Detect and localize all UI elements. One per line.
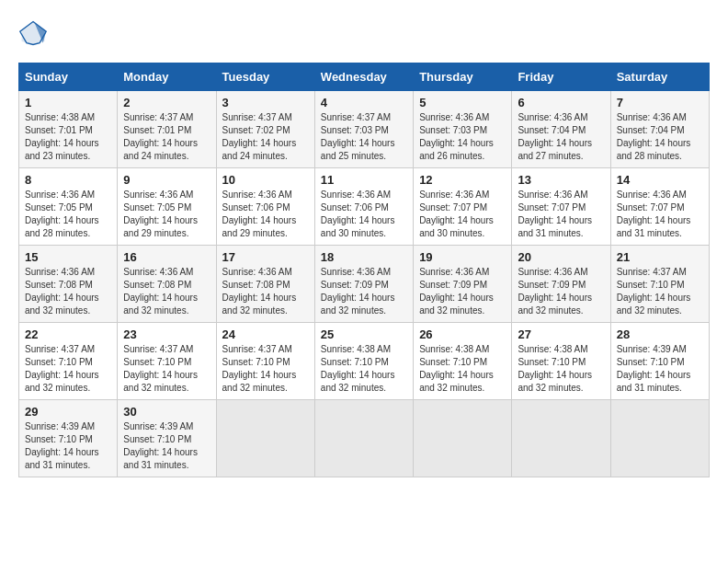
calendar-cell: 18Sunrise: 4:36 AMSunset: 7:09 PMDayligh… <box>314 246 413 323</box>
day-number: 29 <box>25 405 111 419</box>
day-number: 1 <box>25 96 111 109</box>
day-info: Sunrise: 4:38 AMSunset: 7:10 PMDaylight:… <box>518 343 604 395</box>
day-info: Sunrise: 4:38 AMSunset: 7:10 PMDaylight:… <box>419 343 506 395</box>
day-info: Sunrise: 4:39 AMSunset: 7:10 PMDaylight:… <box>617 343 703 395</box>
calendar-cell: 12Sunrise: 4:36 AMSunset: 7:07 PMDayligh… <box>414 168 512 246</box>
day-info: Sunrise: 4:37 AMSunset: 7:10 PMDaylight:… <box>617 266 703 317</box>
calendar-cell <box>314 400 413 477</box>
calendar-cell: 8Sunrise: 4:36 AMSunset: 7:05 PMDaylight… <box>19 168 118 246</box>
day-info: Sunrise: 4:36 AMSunset: 7:07 PMDaylight:… <box>617 189 703 240</box>
calendar-week-3: 15Sunrise: 4:36 AMSunset: 7:08 PMDayligh… <box>19 246 710 323</box>
calendar-header-row: SundayMondayTuesdayWednesdayThursdayFrid… <box>19 63 710 91</box>
day-info: Sunrise: 4:36 AMSunset: 7:09 PMDaylight:… <box>321 266 407 317</box>
calendar-cell: 24Sunrise: 4:37 AMSunset: 7:10 PMDayligh… <box>216 323 314 400</box>
day-info: Sunrise: 4:36 AMSunset: 7:04 PMDaylight:… <box>518 111 604 163</box>
day-info: Sunrise: 4:36 AMSunset: 7:09 PMDaylight:… <box>419 266 506 317</box>
day-info: Sunrise: 4:38 AMSunset: 7:01 PMDaylight:… <box>25 111 111 163</box>
day-info: Sunrise: 4:39 AMSunset: 7:10 PMDaylight:… <box>123 420 210 472</box>
calendar-cell: 4Sunrise: 4:37 AMSunset: 7:03 PMDaylight… <box>314 91 413 168</box>
calendar-cell <box>216 400 314 477</box>
day-info: Sunrise: 4:36 AMSunset: 7:05 PMDaylight:… <box>123 189 210 240</box>
day-number: 2 <box>123 96 210 109</box>
calendar-cell: 7Sunrise: 4:36 AMSunset: 7:04 PMDaylight… <box>610 91 709 168</box>
day-number: 30 <box>123 405 210 419</box>
calendar-week-4: 22Sunrise: 4:37 AMSunset: 7:10 PMDayligh… <box>19 323 710 400</box>
day-number: 21 <box>617 250 703 264</box>
day-number: 12 <box>419 173 506 187</box>
calendar-cell: 14Sunrise: 4:36 AMSunset: 7:07 PMDayligh… <box>610 168 709 246</box>
calendar-cell: 13Sunrise: 4:36 AMSunset: 7:07 PMDayligh… <box>512 168 610 246</box>
day-number: 17 <box>222 250 309 264</box>
logo <box>18 18 51 48</box>
day-number: 28 <box>617 327 703 341</box>
day-number: 13 <box>518 173 604 187</box>
calendar-cell: 26Sunrise: 4:38 AMSunset: 7:10 PMDayligh… <box>414 323 512 400</box>
day-number: 5 <box>419 96 506 109</box>
calendar-cell: 28Sunrise: 4:39 AMSunset: 7:10 PMDayligh… <box>610 323 709 400</box>
day-info: Sunrise: 4:36 AMSunset: 7:04 PMDaylight:… <box>617 111 703 163</box>
calendar-table: SundayMondayTuesdayWednesdayThursdayFrid… <box>18 63 710 477</box>
day-info: Sunrise: 4:36 AMSunset: 7:07 PMDaylight:… <box>518 189 604 240</box>
calendar-cell: 10Sunrise: 4:36 AMSunset: 7:06 PMDayligh… <box>216 168 314 246</box>
day-number: 22 <box>25 327 111 341</box>
day-number: 16 <box>123 250 210 264</box>
day-info: Sunrise: 4:36 AMSunset: 7:09 PMDaylight:… <box>518 266 604 317</box>
calendar-cell: 15Sunrise: 4:36 AMSunset: 7:08 PMDayligh… <box>19 246 118 323</box>
calendar-cell: 6Sunrise: 4:36 AMSunset: 7:04 PMDaylight… <box>512 91 610 168</box>
calendar-cell: 23Sunrise: 4:37 AMSunset: 7:10 PMDayligh… <box>118 323 216 400</box>
day-header-sunday: Sunday <box>19 63 118 91</box>
calendar-cell <box>610 400 709 477</box>
page-header <box>18 18 710 48</box>
calendar-cell: 22Sunrise: 4:37 AMSunset: 7:10 PMDayligh… <box>19 323 118 400</box>
day-info: Sunrise: 4:36 AMSunset: 7:08 PMDaylight:… <box>25 266 111 317</box>
day-number: 3 <box>222 96 309 109</box>
day-info: Sunrise: 4:36 AMSunset: 7:08 PMDaylight:… <box>123 266 210 317</box>
calendar-week-1: 1Sunrise: 4:38 AMSunset: 7:01 PMDaylight… <box>19 91 710 168</box>
day-number: 7 <box>617 96 703 109</box>
calendar-cell: 3Sunrise: 4:37 AMSunset: 7:02 PMDaylight… <box>216 91 314 168</box>
calendar-cell: 20Sunrise: 4:36 AMSunset: 7:09 PMDayligh… <box>512 246 610 323</box>
day-info: Sunrise: 4:36 AMSunset: 7:08 PMDaylight:… <box>222 266 309 317</box>
day-number: 11 <box>321 173 407 187</box>
day-number: 6 <box>518 96 604 109</box>
calendar-week-2: 8Sunrise: 4:36 AMSunset: 7:05 PMDaylight… <box>19 168 710 246</box>
day-info: Sunrise: 4:38 AMSunset: 7:10 PMDaylight:… <box>321 343 407 395</box>
day-info: Sunrise: 4:37 AMSunset: 7:10 PMDaylight:… <box>25 343 111 395</box>
day-info: Sunrise: 4:36 AMSunset: 7:07 PMDaylight:… <box>419 189 506 240</box>
day-number: 24 <box>222 327 309 341</box>
day-header-friday: Friday <box>512 63 610 91</box>
day-number: 23 <box>123 327 210 341</box>
day-info: Sunrise: 4:37 AMSunset: 7:02 PMDaylight:… <box>222 111 309 163</box>
day-info: Sunrise: 4:37 AMSunset: 7:10 PMDaylight:… <box>222 343 309 395</box>
calendar-cell: 17Sunrise: 4:36 AMSunset: 7:08 PMDayligh… <box>216 246 314 323</box>
day-number: 9 <box>123 173 210 187</box>
day-header-thursday: Thursday <box>414 63 512 91</box>
day-header-monday: Monday <box>118 63 216 91</box>
day-number: 8 <box>25 173 111 187</box>
day-info: Sunrise: 4:39 AMSunset: 7:10 PMDaylight:… <box>25 420 111 472</box>
day-header-tuesday: Tuesday <box>216 63 314 91</box>
calendar-cell: 29Sunrise: 4:39 AMSunset: 7:10 PMDayligh… <box>19 400 118 477</box>
day-info: Sunrise: 4:36 AMSunset: 7:05 PMDaylight:… <box>25 189 111 240</box>
day-number: 27 <box>518 327 604 341</box>
day-number: 14 <box>617 173 703 187</box>
calendar-week-5: 29Sunrise: 4:39 AMSunset: 7:10 PMDayligh… <box>19 400 710 477</box>
day-info: Sunrise: 4:36 AMSunset: 7:06 PMDaylight:… <box>321 189 407 240</box>
calendar-cell: 11Sunrise: 4:36 AMSunset: 7:06 PMDayligh… <box>314 168 413 246</box>
calendar-cell: 19Sunrise: 4:36 AMSunset: 7:09 PMDayligh… <box>414 246 512 323</box>
day-info: Sunrise: 4:37 AMSunset: 7:10 PMDaylight:… <box>123 343 210 395</box>
day-info: Sunrise: 4:37 AMSunset: 7:03 PMDaylight:… <box>321 111 407 163</box>
calendar-cell <box>414 400 512 477</box>
calendar-cell: 25Sunrise: 4:38 AMSunset: 7:10 PMDayligh… <box>314 323 413 400</box>
day-number: 20 <box>518 250 604 264</box>
day-number: 18 <box>321 250 407 264</box>
day-number: 19 <box>419 250 506 264</box>
day-number: 4 <box>321 96 407 109</box>
calendar-cell: 30Sunrise: 4:39 AMSunset: 7:10 PMDayligh… <box>118 400 216 477</box>
day-number: 26 <box>419 327 506 341</box>
calendar-cell: 1Sunrise: 4:38 AMSunset: 7:01 PMDaylight… <box>19 91 118 168</box>
calendar-cell: 9Sunrise: 4:36 AMSunset: 7:05 PMDaylight… <box>118 168 216 246</box>
calendar-cell <box>512 400 610 477</box>
day-header-wednesday: Wednesday <box>314 63 413 91</box>
day-number: 15 <box>25 250 111 264</box>
